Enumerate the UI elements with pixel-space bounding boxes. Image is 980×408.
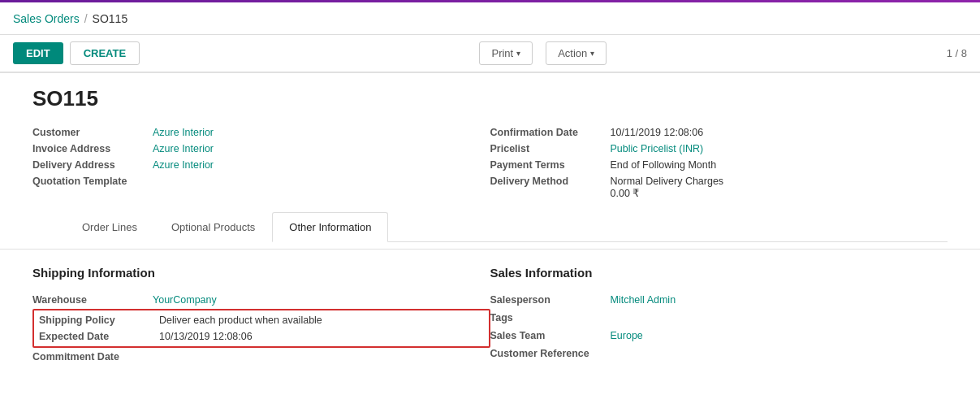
breadcrumb: Sales Orders / SO115 [13, 12, 127, 25]
s-field-row-commitment-date: Commitment Date [32, 348, 490, 366]
s-label-warehouse: Warehouse [32, 294, 146, 306]
breadcrumb-current: SO115 [93, 12, 128, 25]
s-value-shipping-policy: Deliver each product when available [159, 315, 322, 326]
s-value-warehouse[interactable]: YourCompany [153, 294, 217, 306]
create-button[interactable]: CREATE [70, 41, 140, 65]
s-label-customer-reference: Customer Reference [490, 348, 604, 359]
tab-other-information[interactable]: Other Information [272, 212, 388, 242]
sales-section-title: Sales Information [490, 266, 948, 280]
field-value-invoice-address[interactable]: Azure Interior [153, 143, 214, 154]
print-button[interactable]: Print ▾ [479, 41, 533, 65]
toolbar: EDIT CREATE Print ▾ Action ▾ 1 / 8 [0, 35, 980, 73]
field-label-delivery-address: Delivery Address [32, 159, 146, 171]
action-label: Action [558, 47, 587, 59]
toolbar-center-actions: Print ▾ Action ▾ [146, 41, 940, 65]
field-label-customer: Customer [32, 127, 146, 138]
breadcrumb-bar: Sales Orders / SO115 [0, 2, 980, 35]
s-label-sales-team: Sales Team [490, 330, 604, 341]
print-label: Print [491, 47, 513, 59]
field-value-customer[interactable]: Azure Interior [153, 127, 214, 138]
right-fields-column: Confirmation Date 10/11/2019 12:08:06 Pr… [490, 124, 948, 202]
main-content: SO115 Customer Azure Interior Invoice Ad… [0, 73, 980, 408]
action-dropdown-arrow: ▾ [590, 49, 594, 58]
tab-order-lines[interactable]: Order Lines [65, 212, 154, 242]
s-field-row-sales-team: Sales Team Europe [490, 327, 948, 345]
field-label-payment-terms: Payment Terms [490, 159, 604, 171]
tab-optional-products[interactable]: Optional Products [154, 212, 272, 242]
s-field-row-warehouse: Warehouse YourCompany [32, 291, 490, 309]
s-value-sales-team[interactable]: Europe [611, 330, 643, 341]
field-row-customer: Customer Azure Interior [32, 124, 490, 141]
s-field-row-shipping-policy: Shipping Policy Deliver each product whe… [34, 312, 489, 328]
s-label-shipping-policy: Shipping Policy [39, 315, 153, 326]
field-row-payment-terms: Payment Terms End of Following Month [490, 157, 948, 173]
s-field-row-customer-reference: Customer Reference [490, 345, 948, 362]
record-title: SO115 [32, 86, 948, 111]
s-label-tags: Tags [490, 312, 604, 323]
shipping-section-title: Shipping Information [32, 266, 490, 280]
field-value-payment-terms: End of Following Month [611, 159, 717, 171]
field-value-delivery-address[interactable]: Azure Interior [153, 159, 214, 171]
field-value-confirmation-date: 10/11/2019 12:08:06 [611, 127, 704, 138]
field-label-pricelist: Pricelist [490, 143, 604, 154]
two-col-layout: Shipping Information Warehouse YourCompa… [32, 266, 948, 366]
s-field-row-tags: Tags [490, 309, 948, 327]
field-row-confirmation-date: Confirmation Date 10/11/2019 12:08:06 [490, 124, 948, 141]
field-label-quotation-template: Quotation Template [32, 176, 146, 187]
s-field-row-salesperson: Salesperson Mitchell Admin [490, 291, 948, 309]
action-button[interactable]: Action ▾ [546, 41, 607, 65]
s-value-salesperson[interactable]: Mitchell Admin [611, 294, 676, 306]
s-label-expected-date: Expected Date [39, 331, 153, 342]
print-dropdown-arrow: ▾ [516, 49, 520, 58]
tab-content-other-information: Shipping Information Warehouse YourCompa… [0, 250, 980, 382]
breadcrumb-parent[interactable]: Sales Orders [13, 12, 80, 25]
field-row-delivery-address: Delivery Address Azure Interior [32, 157, 490, 173]
breadcrumb-separator: / [84, 12, 88, 25]
delivery-cost: 0.00 ₹ [611, 188, 640, 199]
sales-fields: Salesperson Mitchell Admin Tags Sales Te… [490, 291, 948, 362]
field-row-invoice-address: Invoice Address Azure Interior [32, 141, 490, 157]
field-label-confirmation-date: Confirmation Date [490, 127, 604, 138]
tabs-bar: Order Lines Optional Products Other Info… [65, 211, 948, 242]
s-label-salesperson: Salesperson [490, 294, 604, 306]
s-value-expected-date: 10/13/2019 12:08:06 [159, 331, 253, 342]
field-value-delivery-method: Normal Delivery Charges0.00 ₹ [611, 176, 724, 199]
shipping-fields: Warehouse YourCompany Shipping Policy De… [32, 291, 490, 366]
s-field-row-expected-date: Expected Date 10/13/2019 12:08:06 [34, 328, 489, 345]
field-label-delivery-method: Delivery Method [490, 176, 604, 187]
field-value-pricelist[interactable]: Public Pricelist (INR) [611, 143, 704, 154]
field-row-pricelist: Pricelist Public Pricelist (INR) [490, 141, 948, 157]
field-row-delivery-method: Delivery Method Normal Delivery Charges0… [490, 173, 948, 202]
shipping-section: Shipping Information Warehouse YourCompa… [32, 266, 490, 366]
highlighted-fields-box: Shipping Policy Deliver each product whe… [32, 309, 490, 348]
left-fields-column: Customer Azure Interior Invoice Address … [32, 124, 490, 202]
edit-button[interactable]: EDIT [13, 42, 63, 64]
sales-section: Sales Information Salesperson Mitchell A… [490, 266, 948, 366]
field-row-quotation-template: Quotation Template [32, 173, 490, 189]
pagination: 1 / 8 [947, 47, 967, 59]
s-label-commitment-date: Commitment Date [32, 351, 146, 362]
record-header: SO115 Customer Azure Interior Invoice Ad… [0, 73, 980, 250]
field-label-invoice-address: Invoice Address [32, 143, 146, 154]
record-fields-grid: Customer Azure Interior Invoice Address … [32, 124, 948, 202]
